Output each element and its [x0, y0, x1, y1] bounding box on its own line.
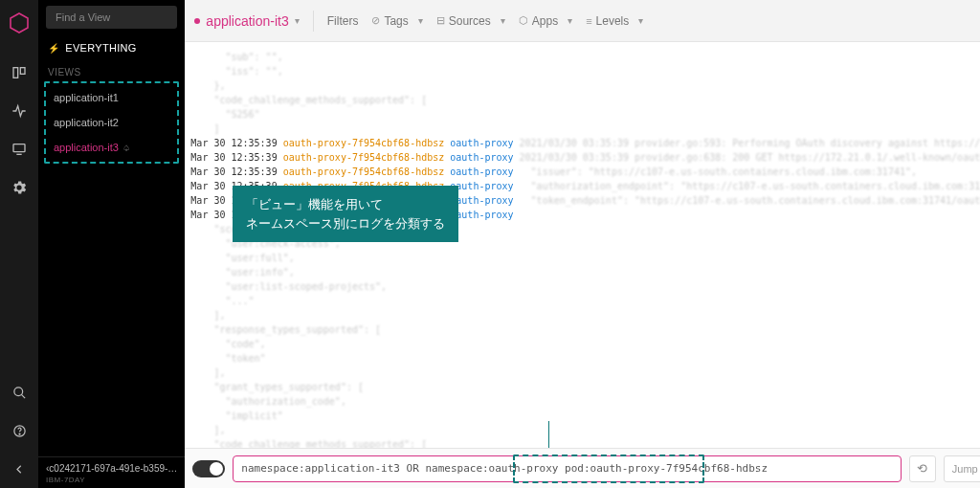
views-heading: VIEWS [38, 61, 185, 81]
svg-rect-2 [20, 68, 25, 75]
view-item-app-it1[interactable]: application-it1 [46, 85, 177, 110]
svg-rect-3 [13, 144, 25, 152]
sources-icon: ⊟ [436, 14, 445, 27]
callout-views: 「ビュー」機能を用いて ネームスペース別にログを分類する [233, 186, 458, 242]
plan-label: IBM-7DAY [46, 476, 177, 484]
filter-input[interactable]: namespace:application-it3 OR namespace:o… [233, 455, 901, 482]
svg-marker-0 [11, 13, 28, 33]
apps-icon: ⬡ [519, 14, 528, 27]
main-area: application-it3 ▾ Filters ⊘Tags▾ ⊟Source… [185, 0, 980, 488]
sidebar-footer: c0242171-697a-491e-b359-… IBM-7DAY [38, 456, 185, 488]
account-crumb[interactable]: c0242171-697a-491e-b359-… [46, 463, 177, 474]
logo-icon [8, 11, 31, 34]
separator [313, 11, 314, 32]
view-item-app-it2[interactable]: application-it2 [46, 110, 177, 135]
svg-point-5 [13, 387, 22, 395]
callout-leader-filter [548, 421, 749, 448]
tag-icon: ⊘ [371, 14, 380, 27]
topbar: application-it3 ▾ Filters ⊘Tags▾ ⊟Source… [185, 0, 980, 42]
filters-menu[interactable]: Filters [327, 14, 359, 28]
filter-text: namespace:application-it3 OR namespace:o… [241, 462, 768, 475]
search-icon[interactable] [0, 373, 38, 411]
sidebar: Find a View EVERYTHING VIEWS application… [38, 0, 185, 488]
find-view-input[interactable]: Find a View [46, 6, 177, 29]
svg-point-8 [19, 433, 20, 434]
history-button[interactable]: ⟲ [909, 455, 936, 482]
help-icon[interactable] [0, 411, 38, 450]
boards-icon[interactable] [0, 54, 38, 92]
bell-icon: ♤ [122, 144, 130, 153]
breadcrumb-app[interactable]: application-it3 ▾ [194, 13, 299, 29]
chevron-down-icon: ▾ [568, 15, 572, 26]
timeframe-input[interactable]: Jump to timeframe [944, 455, 980, 482]
apps-menu[interactable]: ⬡Apps▾ [519, 14, 572, 28]
views-highlight-box: application-it1 application-it2 applicat… [44, 81, 179, 164]
everything-view[interactable]: EVERYTHING [38, 34, 185, 61]
pulse-icon[interactable] [0, 92, 38, 130]
pause-toggle[interactable] [192, 460, 225, 477]
levels-menu[interactable]: ≡Levels▾ [586, 14, 643, 28]
tags-menu[interactable]: ⊘Tags▾ [371, 14, 422, 28]
icon-rail [0, 0, 38, 488]
svg-rect-1 [13, 68, 18, 78]
svg-line-6 [21, 394, 25, 398]
levels-icon: ≡ [586, 15, 591, 27]
chevron-down-icon: ▾ [418, 15, 423, 26]
breadcrumb-app-label: application-it3 [206, 13, 288, 29]
chevron-down-icon: ▾ [638, 15, 643, 26]
view-item-app-it3[interactable]: application-it3♤ [46, 135, 177, 160]
chevron-down-icon: ▾ [295, 15, 300, 26]
status-dot-icon [194, 18, 200, 24]
log-viewer[interactable]: "sub": "", "iss": "", }, "code_challenge… [185, 42, 980, 448]
bottom-bar: namespace:application-it3 OR namespace:o… [185, 448, 980, 488]
settings-icon[interactable] [0, 168, 38, 207]
sources-menu[interactable]: ⊟Sources▾ [436, 14, 505, 28]
collapse-icon[interactable] [0, 450, 38, 488]
chevron-down-icon: ▾ [501, 15, 505, 26]
monitor-icon[interactable] [0, 130, 38, 168]
